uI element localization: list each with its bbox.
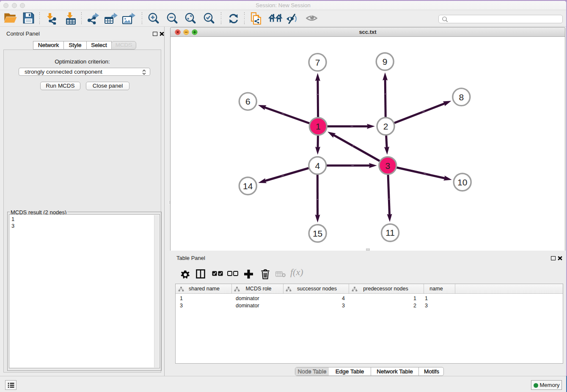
svg-text:9: 9 <box>383 57 388 66</box>
svg-text:14: 14 <box>243 181 253 191</box>
svg-text:6: 6 <box>245 97 250 106</box>
svg-text:3: 3 <box>385 161 390 171</box>
svg-text:15: 15 <box>313 229 322 238</box>
svg-text:4: 4 <box>315 161 320 171</box>
svg-text:1: 1 <box>316 121 321 131</box>
svg-text:10: 10 <box>457 177 467 187</box>
svg-text:8: 8 <box>459 92 464 102</box>
svg-text:11: 11 <box>385 228 395 237</box>
svg-text:2: 2 <box>383 121 388 131</box>
svg-text:7: 7 <box>315 58 320 67</box>
